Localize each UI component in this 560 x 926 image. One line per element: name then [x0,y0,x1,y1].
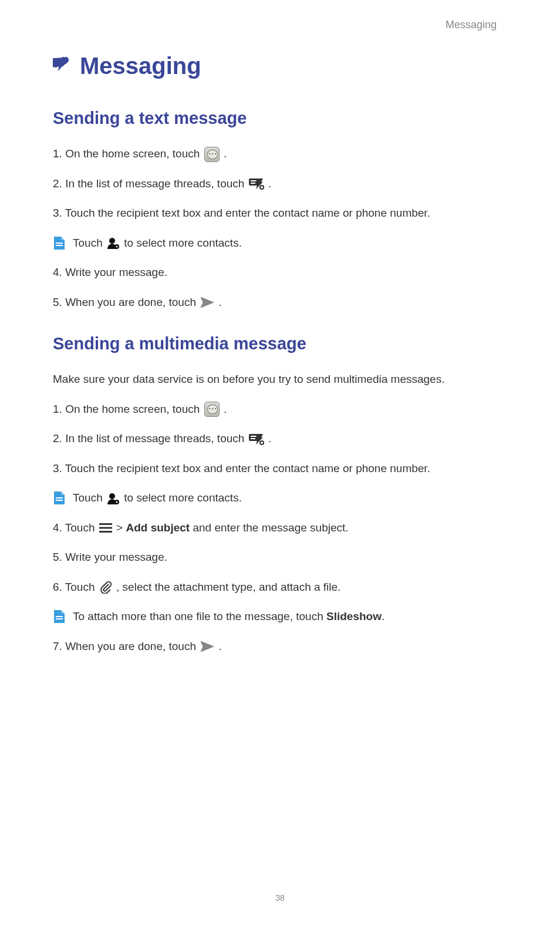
svg-rect-26 [116,501,117,503]
mm-step-4: 4. Touch > Add subject and enter the mes… [53,520,507,537]
chapter-title-row: Messaging [53,53,507,79]
section-heading-multimedia: Sending a multimedia message [53,334,507,353]
step-1: 1. On the home screen, touch . [53,146,507,163]
svg-rect-22 [56,500,63,501]
svg-rect-27 [99,523,112,525]
mm-step-3: 3. Touch the recipient text box and ente… [53,460,507,477]
mm-step-5: 5. Write your message. [53,549,507,566]
svg-rect-28 [99,527,112,529]
mm-step-6: 6. Touch , select the attachment type, a… [53,579,507,596]
svg-marker-13 [201,297,214,308]
mm-tip-more-contacts: Touch to select more contacts. [53,490,507,507]
svg-rect-8 [56,245,63,246]
messaging-app-icon [204,402,220,417]
page-number: 38 [0,893,560,903]
mm-tip-slideshow: To attach more than one file to the mess… [53,608,507,625]
svg-rect-12 [116,246,117,248]
step-4: 4. Write your message. [53,264,507,281]
attach-icon [99,581,112,594]
svg-rect-16 [251,438,255,439]
header-section-label: Messaging [446,19,497,31]
section-heading-text: Sending a text message [53,109,507,128]
add-contact-icon [107,492,120,505]
step-3: 3. Touch the recipient text box and ente… [53,205,507,222]
svg-rect-2 [251,183,255,184]
tip-more-contacts: Touch to select more contacts. [53,235,507,252]
mm-step-2: 2. In the list of message threads, touch… [53,430,507,447]
svg-marker-32 [201,641,214,652]
svg-rect-29 [99,531,112,533]
chapter-title: Messaging [80,53,201,79]
note-icon [53,609,66,624]
step-2: 2. In the list of message threads, touch… [53,176,507,193]
compose-message-icon [249,177,264,190]
svg-rect-21 [56,497,63,499]
svg-rect-31 [56,618,63,619]
svg-rect-7 [56,243,63,244]
svg-rect-20 [261,442,262,444]
send-icon [200,297,214,308]
mm-step-7: 7. When you are done, touch . [53,638,507,655]
section-intro: Make sure your data service is on before… [53,371,507,388]
messaging-app-icon [204,147,220,162]
send-icon [200,641,214,652]
speech-bubble-heart-icon [53,55,74,78]
note-icon [53,235,66,251]
menu-icon [99,523,112,533]
mm-step-1: 1. On the home screen, touch . [53,401,507,418]
svg-rect-6 [261,186,262,188]
add-contact-icon [107,237,120,250]
note-icon [53,490,66,506]
compose-message-icon [249,433,264,446]
svg-rect-30 [56,616,63,617]
step-5: 5. When you are done, touch . [53,294,507,311]
svg-point-23 [109,493,115,499]
svg-point-9 [109,238,115,244]
